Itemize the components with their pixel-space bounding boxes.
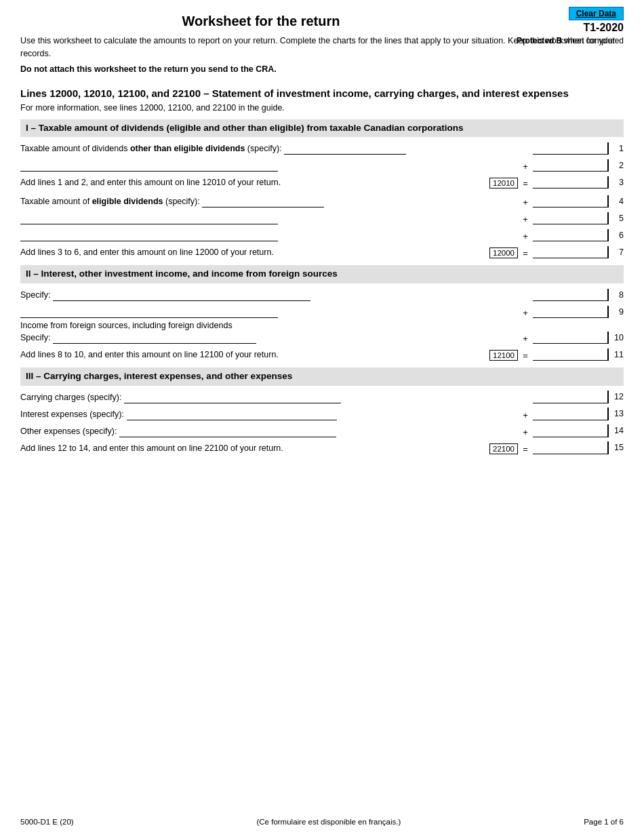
row-7-linenum: 7 (607, 246, 624, 259)
row-15-desc: Add lines 12 to 14, and enter this amoun… (20, 443, 489, 455)
table-row: Taxable amount of eligible dividends (sp… (20, 193, 624, 207)
table-row: Other expenses (specify): + 14 (20, 422, 624, 437)
row-5-operator: + (518, 214, 533, 224)
table-row: Income from foreign sources, including f… (20, 320, 624, 344)
row-8-specify-input[interactable] (53, 290, 310, 301)
row-2-linenum: 2 (607, 159, 624, 172)
row-14-desc: Other expenses (specify): (20, 426, 518, 438)
row-4-specify-input[interactable] (202, 197, 324, 207)
row-12-specify-input[interactable] (124, 393, 341, 403)
section1-header: Lines 12000, 12010, 12100, and 22100 – S… (20, 86, 624, 100)
row-7-desc: Add lines 3 to 6, and enter this amount … (20, 247, 489, 259)
table-row: Add lines 12 to 14, and enter this amoun… (20, 439, 624, 454)
subsection-II-header: II – Interest, other investment income, … (20, 265, 624, 283)
row-15-equals: = (518, 444, 533, 454)
row-12-linenum: 12 (607, 391, 624, 403)
row-13-desc: Interest expenses (specify): (20, 409, 518, 421)
row-2-operator: + (518, 161, 533, 172)
row-4-operator: + (518, 197, 533, 207)
row-7-equals: = (518, 248, 533, 258)
row-6-specify-input[interactable] (20, 231, 278, 241)
table-row: + 2 (20, 157, 624, 172)
row-13-linenum: 13 (607, 408, 624, 420)
row-1-desc: Taxable amount of dividends other than e… (20, 143, 518, 155)
row-6-input[interactable] (533, 231, 607, 241)
row-9-specify-input[interactable] (20, 307, 278, 318)
page-title: Worksheet for the return (20, 14, 502, 29)
row-12-desc: Carrying charges (specify): (20, 392, 518, 404)
row-11-linecode: 12100 (489, 350, 518, 361)
row-4-desc: Taxable amount of eligible dividends (sp… (20, 196, 518, 208)
row-13-specify-input[interactable] (127, 410, 337, 420)
row-3-equals: = (518, 178, 533, 188)
row-4-linenum: 4 (607, 195, 624, 208)
clear-data-button[interactable]: Clear Data (569, 7, 624, 20)
row-5-desc (20, 213, 518, 225)
row-15-linenum: 15 (607, 441, 624, 454)
row-8-linenum: 8 (607, 289, 624, 302)
row-7-result-input[interactable] (533, 247, 607, 258)
row-2-input[interactable] (533, 161, 607, 172)
row-14-specify-input[interactable] (119, 426, 336, 437)
row-11-equals: = (518, 351, 533, 361)
row-8-input[interactable] (533, 290, 607, 301)
row-5-specify-input[interactable] (20, 214, 278, 224)
page: Clear Data T1-2020 Protected B when comp… (0, 0, 644, 834)
footer: 5000-D1 E (20) (Ce formulaire est dispon… (20, 818, 624, 826)
row-3-linecode: 12010 (489, 178, 518, 188)
row-4-input[interactable] (533, 197, 607, 207)
footer-page-info: Page 1 of 6 (584, 818, 624, 826)
table-row: Add lines 1 and 2, and enter this amount… (20, 174, 624, 188)
table-row: Add lines 3 to 6, and enter this amount … (20, 243, 624, 258)
row-7-linecode: 12000 (489, 247, 518, 258)
footer-form-code: 5000-D1 E (20) (20, 818, 74, 826)
row-1-linenum: 1 (607, 142, 624, 155)
row-14-input[interactable] (533, 426, 607, 437)
row-9-input[interactable] (533, 307, 607, 318)
row-6-linenum: 6 (607, 229, 624, 242)
row-15-linecode: 22100 (489, 443, 518, 454)
row-13-input[interactable] (533, 410, 607, 420)
row-5-linenum: 5 (607, 212, 624, 225)
row-10-operator: + (518, 334, 533, 344)
row-9-desc (20, 306, 518, 319)
table-row: + 5 (20, 210, 624, 224)
row-3-result-input[interactable] (533, 178, 607, 188)
row-6-desc (20, 230, 518, 242)
top-right-block: Clear Data T1-2020 Protected B when comp… (517, 7, 624, 48)
form-id-area: T1-2020 Protected B when completed (517, 20, 624, 47)
clear-data-container: Clear Data (517, 7, 624, 20)
table-row: Add lines 8 to 10, and enter this amount… (20, 346, 624, 361)
row-11-desc: Add lines 8 to 10, and enter this amount… (20, 349, 489, 361)
row-1-specify-input[interactable] (284, 144, 406, 155)
row-13-operator: + (518, 410, 533, 420)
row-3-desc: Add lines 1 and 2, and enter this amount… (20, 177, 489, 189)
row-14-operator: + (518, 427, 533, 437)
row-12-input[interactable] (533, 393, 607, 403)
table-row: Specify: 8 (20, 286, 624, 301)
section1-subtext: For more information, see lines 12000, 1… (20, 103, 624, 113)
row-2-specify-input[interactable] (20, 161, 278, 172)
row-11-result-input[interactable] (533, 350, 607, 361)
row-10-linenum: 10 (607, 332, 624, 344)
form-id: T1-2020 (517, 20, 624, 35)
row-9-operator: + (518, 308, 533, 318)
row-10-input[interactable] (533, 333, 607, 344)
table-row: + 6 (20, 226, 624, 241)
row-3-linenum: 3 (607, 176, 624, 189)
intro-bold-text: Do not attach this worksheet to the retu… (20, 64, 624, 74)
row-1-input[interactable] (533, 144, 607, 155)
row-9-linenum: 9 (607, 306, 624, 319)
row-10-specify-input[interactable] (53, 333, 256, 344)
table-row: Carrying charges (specify): 12 (20, 389, 624, 403)
row-6-operator: + (518, 231, 533, 241)
row-15-result-input[interactable] (533, 443, 607, 454)
row-8-desc: Specify: (20, 290, 518, 302)
table-row: Interest expenses (specify): + 13 (20, 405, 624, 420)
footer-french-note: (Ce formulaire est disponible en françai… (256, 818, 401, 826)
row-5-input[interactable] (533, 214, 607, 224)
row-14-linenum: 14 (607, 424, 624, 437)
table-row: + 9 (20, 303, 624, 318)
row-11-linenum: 11 (607, 349, 624, 361)
subsection-I-header: I – Taxable amount of dividends (eligibl… (20, 119, 624, 138)
